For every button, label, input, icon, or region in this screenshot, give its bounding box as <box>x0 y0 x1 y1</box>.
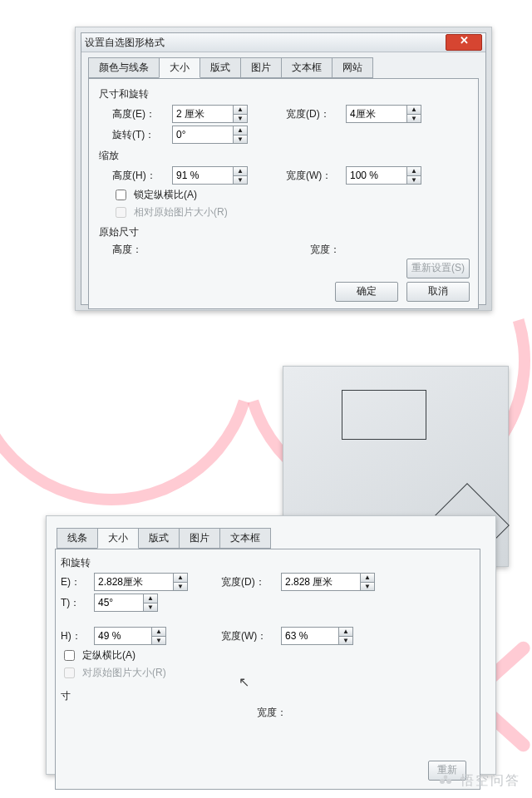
size-rotate-heading: 尺寸和旋转 <box>99 87 468 101</box>
width-spinner[interactable]: ▲▼ <box>281 573 375 591</box>
rotate-input[interactable] <box>95 594 143 611</box>
spin-down-icon[interactable]: ▼ <box>339 636 352 645</box>
spin-up-icon[interactable]: ▲ <box>361 574 374 582</box>
screenshot-top: 设置自选图形格式 ✕ 颜色与线条 大小 版式 图片 文本框 网站 尺寸和旋转 高… <box>75 27 492 311</box>
dialog-titlebar: 设置自选图形格式 ✕ <box>81 33 485 52</box>
svg-point-2 <box>444 775 448 779</box>
scale-height-input[interactable] <box>173 167 233 184</box>
spin-up-icon[interactable]: ▲ <box>234 126 247 135</box>
scale-height-label: H)： <box>61 629 89 643</box>
dialog-title: 设置自选图形格式 <box>85 36 446 50</box>
tab-color-lines[interactable]: 颜色与线条 <box>88 57 160 78</box>
spin-up-icon[interactable]: ▲ <box>407 106 421 114</box>
scale-width-label: 宽度(W)： <box>286 169 341 183</box>
rotate-spinner[interactable]: ▲▼ <box>172 126 248 144</box>
spin-down-icon[interactable]: ▼ <box>152 636 165 645</box>
reset-button: 重新设置(S) <box>406 259 470 278</box>
tab-size[interactable]: 大小 <box>159 57 200 78</box>
orig-width-label: 宽度： <box>257 706 312 720</box>
size-rotate-heading: 和旋转 <box>61 556 470 570</box>
spin-down-icon[interactable]: ▼ <box>144 603 157 612</box>
width-input[interactable] <box>282 574 360 590</box>
dialog-tabs: 颜色与线条 大小 版式 图片 文本框 网站 <box>81 52 485 78</box>
orig-width-label: 宽度： <box>310 243 365 257</box>
tab-textbox[interactable]: 文本框 <box>281 57 332 78</box>
tab-textbox[interactable]: 文本框 <box>219 528 271 549</box>
rotate-spinner[interactable]: ▲▼ <box>94 594 158 612</box>
original-size-heading: 寸 <box>61 689 470 703</box>
close-icon: ✕ <box>460 34 469 47</box>
format-autoshape-dialog: 设置自选图形格式 ✕ 颜色与线条 大小 版式 图片 文本框 网站 尺寸和旋转 高… <box>81 32 486 305</box>
scale-width-spinner[interactable]: ▲▼ <box>281 627 353 645</box>
cursor-icon: ↖ <box>239 674 249 690</box>
rectangle-shape <box>342 390 426 440</box>
svg-point-0 <box>440 779 445 784</box>
scale-width-spinner[interactable]: ▲▼ <box>346 166 421 185</box>
orig-height-label: 高度： <box>112 243 167 257</box>
watermark-logo-icon <box>439 775 456 788</box>
spin-up-icon[interactable]: ▲ <box>234 106 247 114</box>
tab-layout[interactable]: 版式 <box>138 528 180 549</box>
cancel-button[interactable]: 取消 <box>406 282 470 302</box>
original-size-heading: 原始尺寸 <box>99 225 468 239</box>
scale-width-input[interactable] <box>347 167 406 184</box>
tab-lines[interactable]: 线条 <box>57 528 98 549</box>
lock-aspect-checkbox[interactable]: 定纵横比(A) <box>61 648 470 663</box>
spin-down-icon[interactable]: ▼ <box>234 135 247 144</box>
spin-up-icon[interactable]: ▲ <box>407 167 421 175</box>
tab-picture[interactable]: 图片 <box>240 57 282 78</box>
height-spinner[interactable]: ▲▼ <box>94 573 188 591</box>
tab-web[interactable]: 网站 <box>332 57 373 78</box>
ok-button[interactable]: 确定 <box>335 282 398 302</box>
relative-original-checkbox: 对原始图片大小(R) <box>61 665 470 681</box>
spin-down-icon[interactable]: ▼ <box>407 114 421 123</box>
spin-down-icon[interactable]: ▼ <box>174 582 187 591</box>
relative-original-checkbox: 相对原始图片大小(R) <box>112 204 468 220</box>
spin-up-icon[interactable]: ▲ <box>234 167 247 175</box>
scale-width-input[interactable] <box>282 628 338 644</box>
spin-up-icon[interactable]: ▲ <box>174 574 187 582</box>
spin-up-icon[interactable]: ▲ <box>144 594 157 603</box>
height-label: 高度(E)： <box>112 107 167 121</box>
spin-down-icon[interactable]: ▼ <box>234 175 247 185</box>
tab-layout[interactable]: 版式 <box>200 57 241 78</box>
scale-width-label: 宽度(W)： <box>221 629 276 643</box>
height-input[interactable] <box>173 106 233 122</box>
close-button[interactable]: ✕ <box>446 34 482 51</box>
spin-down-icon[interactable]: ▼ <box>407 175 421 185</box>
scale-height-spinner[interactable]: ▲▼ <box>94 627 166 645</box>
height-label: E)： <box>61 575 89 589</box>
tab-size[interactable]: 大小 <box>97 528 139 549</box>
spin-up-icon[interactable]: ▲ <box>152 628 165 636</box>
spin-down-icon[interactable]: ▼ <box>361 582 374 591</box>
width-label: 宽度(D)： <box>286 107 341 121</box>
scale-height-input[interactable] <box>95 628 151 644</box>
scale-height-label: 高度(H)： <box>112 169 167 183</box>
width-spinner[interactable]: ▲▼ <box>346 105 421 123</box>
svg-point-1 <box>446 779 451 784</box>
watermark: 悟空问答 <box>439 772 520 790</box>
rotate-label: T)： <box>61 596 89 610</box>
scale-heading: 缩放 <box>99 149 468 163</box>
width-input[interactable] <box>347 106 406 122</box>
rotate-label: 旋转(T)： <box>112 128 167 142</box>
width-label: 宽度(D)： <box>221 575 276 589</box>
lock-aspect-checkbox[interactable]: 锁定纵横比(A) <box>112 187 468 203</box>
height-input[interactable] <box>95 574 173 590</box>
scale-height-spinner[interactable]: ▲▼ <box>172 166 248 185</box>
tab-picture[interactable]: 图片 <box>179 528 220 549</box>
height-spinner[interactable]: ▲▼ <box>172 105 248 123</box>
spin-up-icon[interactable]: ▲ <box>339 628 352 636</box>
size-panel: 尺寸和旋转 高度(E)： ▲▼ 宽度(D)： ▲▼ 旋转(T)： ▲▼ 缩放 <box>88 78 479 309</box>
screenshot-bottom: 线条 大小 版式 图片 文本框 和旋转 E)： ▲▼ 宽度(D)： ▲▼ T)：… <box>46 515 496 775</box>
rotate-input[interactable] <box>173 126 233 143</box>
spin-down-icon[interactable]: ▼ <box>234 114 247 123</box>
size-panel-partial: 线条 大小 版式 图片 文本框 和旋转 E)： ▲▼ 宽度(D)： ▲▼ T)：… <box>47 516 495 774</box>
